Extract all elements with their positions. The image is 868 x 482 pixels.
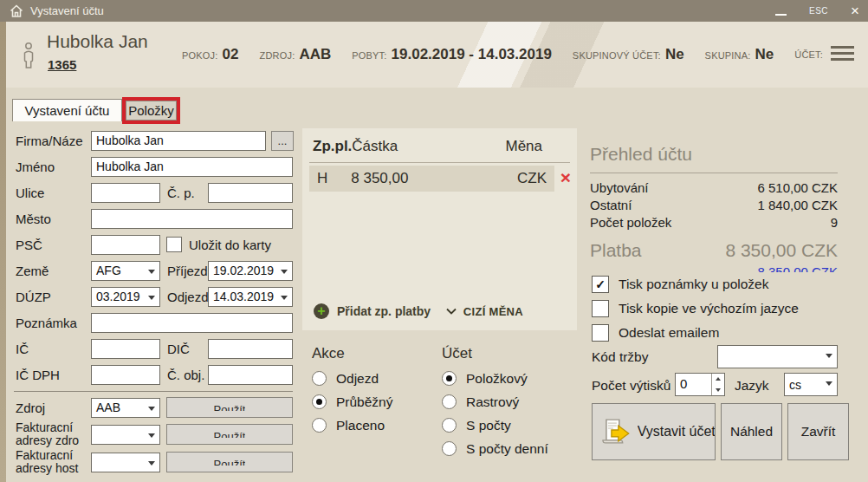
radio-placeno[interactable]: Placeno: [312, 418, 392, 433]
checkbox-row-odeslat-emailem[interactable]: Odeslat emailem: [592, 324, 719, 342]
jmeno-input[interactable]: [91, 157, 293, 177]
fakt-zdroj-select[interactable]: [91, 425, 160, 445]
radio-icon-selected: [442, 371, 457, 386]
radio-icon: [442, 441, 457, 456]
firma-label: Firma/Náze: [16, 134, 91, 148]
form-row-mesto: Město: [16, 208, 293, 229]
stepper-arrows[interactable]: [711, 374, 724, 395]
checkbox-row-tisk-poznamky[interactable]: ✓ Tisk poznámky u položek: [592, 276, 768, 293]
tab-vystaveni-uctu[interactable]: Vystavení účtu: [12, 99, 122, 121]
stepper-down-icon[interactable]: [712, 385, 724, 396]
ucet-group: Účet Položkový Rastrový S počty S počty …: [442, 345, 548, 465]
close-icon[interactable]: ×: [851, 3, 859, 18]
prijezd-select[interactable]: 19.02.2019: [208, 261, 293, 281]
checkbox-icon: [592, 300, 609, 317]
form-row-ic: IČ DIČ: [16, 338, 293, 359]
zavrit-button[interactable]: Zavřít: [787, 403, 849, 460]
checkbox-checked-icon: ✓: [592, 276, 609, 293]
hamburger-menu-icon[interactable]: [831, 46, 854, 61]
add-payment-icon[interactable]: +: [314, 303, 329, 319]
jazyk-select[interactable]: cs: [784, 373, 838, 396]
col-castka: Částka: [352, 138, 398, 155]
psc-input[interactable]: [91, 235, 160, 255]
checkbox-row-tisk-kopie[interactable]: Tisk kopie ve výchozím jazyce: [592, 300, 799, 317]
pocet-vytisku-stepper[interactable]: 0: [675, 373, 725, 396]
col-zppl: Zp.pl.: [313, 138, 352, 155]
cobj-label: Č. obj.: [160, 368, 208, 382]
dic-label: DIČ: [160, 342, 208, 356]
payments-header-line: [309, 162, 570, 163]
guest-name: Hubolka Jan: [47, 31, 148, 52]
firma-input[interactable]: [91, 131, 266, 151]
guest-number-link[interactable]: 1365: [48, 57, 76, 72]
chevron-down-icon: [446, 308, 457, 315]
radio-polozkovy[interactable]: Položkový: [442, 371, 548, 386]
ulozit-do-karty-checkbox[interactable]: [166, 237, 182, 252]
tab-polozky[interactable]: Položky: [126, 101, 177, 120]
fakt-host-select[interactable]: [91, 453, 160, 472]
cobj-input[interactable]: [208, 365, 293, 385]
delete-payment-icon[interactable]: ×: [560, 166, 571, 189]
minimize-icon[interactable]: [775, 14, 787, 16]
radio-icon: [442, 394, 457, 409]
kod-trzby-label: Kód tržby: [592, 349, 648, 365]
ic-label: IČ: [16, 342, 91, 356]
form-row-ulice: Ulice Č. p.: [16, 182, 293, 203]
pouzit-fakt-zdroj-button[interactable]: Použít: [166, 424, 293, 445]
radio-prubezny[interactable]: Průběžný: [312, 394, 392, 409]
form-separator: [14, 391, 293, 392]
icdph-input[interactable]: [91, 365, 160, 385]
odjezd-label: Odjezd: [160, 290, 208, 304]
header-info: POKOJ: 02 ZDROJ: AAB POBYT: 19.02.2019 -…: [182, 22, 827, 88]
zdroj-select[interactable]: AAB: [91, 398, 160, 418]
poznamka-input[interactable]: [91, 313, 293, 333]
zeme-label: Země: [16, 264, 91, 278]
radio-odjezd[interactable]: Odjezd: [312, 371, 392, 386]
header-info-stay: POBYT: 19.02.2019 - 14.03.2019: [352, 46, 552, 63]
invoice-arrow-icon: [599, 416, 632, 447]
radio-s-pocty-denni[interactable]: S počty denní: [442, 441, 548, 456]
guest-header: Hubolka Jan 1365 POKOJ: 02 ZDROJ: AAB PO…: [6, 22, 868, 88]
add-payment-label[interactable]: Přidat zp. platby: [337, 304, 431, 318]
fakt-zdroj-label: Fakturacní adresy zdro: [16, 421, 91, 447]
odjezd-select[interactable]: 14.03.2019: [208, 287, 293, 307]
vystavit-ucet-button[interactable]: Vystavit účet: [592, 403, 716, 460]
jmeno-label: Jméno: [16, 160, 91, 174]
cp-label: Č. p.: [160, 186, 208, 200]
platba-row: Platba 8 350,00 CZK: [590, 240, 838, 261]
summary-row-ostatni: Ostatní 1 840,00 CZK: [590, 198, 838, 212]
ulozit-do-karty-label: Uložit do karty: [189, 238, 271, 252]
ucet-title: Účet: [442, 345, 548, 362]
form-row-poznamka: Poznámka: [16, 312, 293, 333]
pouzit-zdroj-button[interactable]: Použít: [166, 397, 293, 418]
pocet-vytisku-label: Počet výtisků: [592, 378, 670, 394]
invoice-window: Vystavení účtu ESC × Hubolka Jan 1365 PO…: [0, 0, 868, 482]
duzp-select[interactable]: 03.2019: [91, 287, 160, 307]
stepper-up-icon[interactable]: [712, 374, 724, 385]
pouzit-fakt-host-button[interactable]: Použít: [166, 452, 293, 472]
nahled-button[interactable]: Náhled: [721, 403, 782, 460]
mesto-input[interactable]: [91, 209, 293, 229]
red-annotation-box: Položky: [122, 97, 180, 124]
radio-icon-selected: [312, 394, 327, 409]
poznamka-label: Poznámka: [16, 316, 91, 330]
foreign-currency-toggle[interactable]: CIZÍ MĚNA: [446, 305, 523, 318]
radio-rastrovy[interactable]: Rastrový: [442, 394, 548, 409]
esc-button[interactable]: ESC: [809, 6, 828, 16]
ic-input[interactable]: [91, 339, 160, 359]
zeme-select[interactable]: AFG: [91, 261, 160, 281]
form-row-fakt-zdroj: Fakturacní adresy zdro Použít: [16, 424, 293, 445]
ulice-input[interactable]: [91, 183, 160, 203]
summary-divider: [590, 173, 838, 173]
person-icon: [19, 41, 38, 74]
jazyk-label: Jazyk: [735, 378, 769, 394]
kod-trzby-select[interactable]: [717, 345, 838, 368]
dic-input[interactable]: [208, 339, 293, 359]
platba-label: Platba: [590, 240, 642, 261]
browse-button[interactable]: ...: [271, 131, 294, 151]
radio-s-pocty[interactable]: S počty: [442, 418, 548, 433]
cp-input[interactable]: [208, 183, 293, 203]
fakt-host-label: Fakturacní adresy host: [16, 449, 91, 475]
payment-row[interactable]: H 8 350,00 CZK: [309, 166, 554, 192]
clipped-amount-link[interactable]: 8 350,00 CZK: [757, 264, 838, 272]
